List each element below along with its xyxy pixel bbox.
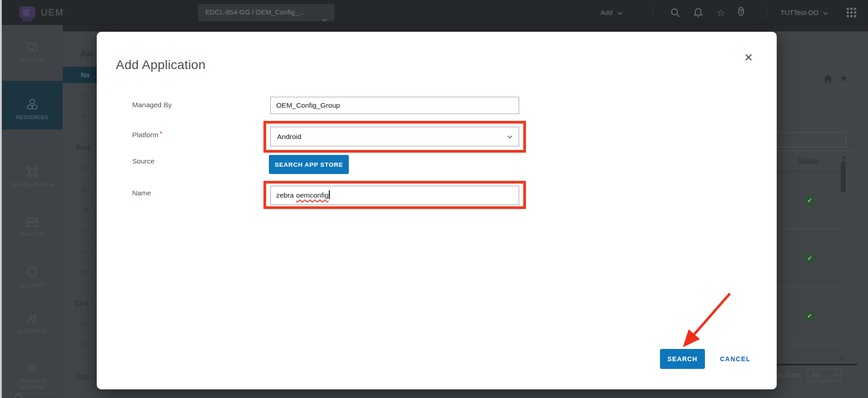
managed-by-input[interactable] [270,97,519,114]
account-menu[interactable]: TUTTest-DO [780,0,828,25]
add-menu-label: Add [600,9,613,16]
left-edge-strip [0,0,2,398]
home-icon[interactable] [823,74,833,83]
account-label: TUTTest-DO [780,9,818,16]
subnav-item[interactable]: A [82,111,86,119]
devices-icon [26,41,39,53]
chevron-down-icon [507,135,512,139]
status-ok-icon: ✔ [804,311,815,321]
page-size-select[interactable]: 50 [808,369,841,381]
chevron-down-icon [322,11,327,28]
gear-icon [26,362,39,374]
name-input-value: zebra [276,191,294,199]
modal-title: Add Application [116,58,206,72]
shield-icon [26,266,38,279]
organization-group-selector[interactable]: EDCL-854-GG / OEM_Config_... [198,4,334,21]
orchestration-icon [26,166,39,179]
sidebar-item-security[interactable]: SECURITY [2,241,63,289]
subnav-divider [69,132,97,132]
favorites-star-icon[interactable]: ☆ [715,7,726,18]
required-asterisk: * [160,129,163,137]
topbar: UEM EDCL-854-GG / OEM_Config_... Add ☆ ?… [0,0,868,25]
subnav-item[interactable]: Pr [82,227,89,234]
list-footer-divider [763,364,857,365]
status-column-header: Status [798,157,818,165]
name-label: Name [132,189,151,197]
subnav-item[interactable]: Ce [82,340,90,348]
search-icon[interactable] [670,7,681,18]
platform-label: Platform* [132,129,163,139]
search-button[interactable]: SEARCH [660,349,705,369]
add-application-modal: Add Application ✕ Managed By Platform* A… [97,32,777,389]
uem-console-screen: UEM EDCL-854-GG / OEM_Config_... Add ☆ ?… [0,0,868,398]
monitor-chart-icon [26,217,39,228]
people-icon [26,313,39,325]
bell-icon[interactable] [693,7,704,18]
subnav-item[interactable]: In [82,247,88,255]
topbar-divider [767,6,767,19]
subnav-item-selected[interactable]: Na [63,67,97,83]
resources-cubes-icon [25,98,39,111]
scrollbar-up-arrow[interactable] [841,155,847,159]
text-cursor [329,190,330,199]
status-ok-icon: ✔ [804,253,815,264]
subnav-header-profiles: Prof [76,144,89,152]
chevron-down-icon [833,374,837,377]
subnav-divider [69,360,97,361]
chevron-down-icon [617,12,622,15]
name-input[interactable]: zebraoemconfig [270,186,519,205]
add-menu[interactable]: Add [600,0,622,25]
search-app-store-button[interactable]: SEARCH APP STORE [269,155,349,174]
subnav-item[interactable]: Ba [82,185,90,193]
close-icon[interactable]: ✕ [741,50,756,65]
subnav-item[interactable]: W [82,91,88,99]
og-selector-label: EDCL-854-GG / OEM_Config_... [205,8,304,16]
help-icon[interactable]: ? [738,7,749,18]
subnav-item[interactable]: Pr [82,165,89,173]
favorite-page-star-icon[interactable]: ★ [839,73,848,84]
sidebar-item-accounts[interactable]: ACCOUNTS [2,289,63,336]
sidebar-divider [8,393,56,393]
name-input-misspelled-word: oemconfig [296,191,329,199]
sidebar-item-groups-settings[interactable]: GROUPS & SETTINGS [2,336,63,391]
chevron-down-icon [823,12,828,15]
app-grid-icon[interactable] [847,8,856,17]
subnav-header-apps: App [81,50,94,58]
topbar-divider [653,6,654,19]
subnav-item[interactable]: SD [82,206,91,214]
subnav-header-certificates: Cert [74,299,88,308]
managed-by-label: Managed By [132,101,172,109]
sidebar-item-orchestration[interactable]: ORCHESTRATION [2,129,63,195]
subnav-item[interactable]: Pr [82,268,89,275]
scrollbar-thumb[interactable] [841,161,846,193]
brand-label: UEM [41,0,64,25]
subnav-header-scripts: Scri [76,373,89,381]
sidebar: DEVICES RESOURCES ORCHESTRATION MONITOR [2,25,63,398]
sidebar-footer-icon [15,394,22,398]
cancel-button[interactable]: CANCEL [717,355,753,363]
sidebar-item-devices[interactable]: DEVICES [2,30,63,81]
platform-select[interactable]: Android [270,127,519,146]
sidebar-item-resources[interactable]: RESOURCES [2,81,63,129]
platform-select-value: Android [277,133,301,140]
sidebar-item-monitor[interactable]: MONITOR [2,195,63,241]
content-top-strip [63,25,868,31]
subnav-divider [69,288,97,289]
list-footer-dropdown-icon[interactable] [838,357,844,361]
source-label: Source [132,157,154,165]
status-ok-icon: ✔ [804,195,815,206]
subnav-item[interactable]: Ce [82,319,90,327]
